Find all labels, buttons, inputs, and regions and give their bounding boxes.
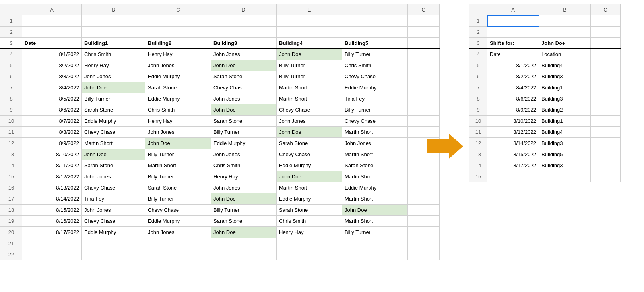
right-location-cell[interactable]: Building3: [539, 71, 591, 82]
right-b2-cell[interactable]: [539, 27, 591, 38]
b5-cell[interactable]: Martin Short: [342, 149, 408, 160]
b1-cell[interactable]: Billy Turner: [82, 93, 145, 104]
b1-cell[interactable]: Chevy Chase: [82, 182, 145, 193]
cell[interactable]: [211, 249, 277, 260]
cell[interactable]: [145, 249, 211, 260]
b4-cell[interactable]: Martin Short: [277, 82, 342, 93]
right-location-cell[interactable]: Building5: [539, 149, 591, 160]
right-c-cell[interactable]: [591, 149, 621, 160]
date-cell[interactable]: 8/2/2022: [22, 60, 82, 71]
right-col-header-a[interactable]: A: [487, 4, 539, 15]
col-header-b[interactable]: B: [82, 4, 145, 15]
right-b1-cell[interactable]: [539, 15, 591, 27]
cell[interactable]: [22, 27, 82, 38]
b4-cell[interactable]: John Doe: [277, 171, 342, 182]
b1-cell[interactable]: Eddie Murphy: [82, 116, 145, 127]
b4-cell[interactable]: Chevy Chase: [277, 149, 342, 160]
right-location-cell[interactable]: Building1: [539, 116, 591, 127]
b3-cell[interactable]: Henry Hay: [211, 171, 277, 182]
cell[interactable]: [342, 249, 408, 260]
b2-cell[interactable]: Billy Turner: [145, 171, 211, 182]
right-location-cell[interactable]: Building1: [539, 82, 591, 93]
cell[interactable]: [277, 238, 342, 249]
b4-cell[interactable]: John Doe: [277, 49, 342, 60]
b1-cell[interactable]: John Doe: [82, 149, 145, 160]
right-date-cell[interactable]: 8/9/2022: [487, 104, 539, 116]
cell[interactable]: [342, 238, 408, 249]
b1-cell[interactable]: John Jones: [82, 171, 145, 182]
b3-cell[interactable]: John Jones: [211, 93, 277, 104]
col-header-a[interactable]: A: [22, 4, 82, 15]
right-a15-cell[interactable]: [487, 171, 539, 182]
b3-cell[interactable]: Sarah Stone: [211, 71, 277, 82]
date-cell[interactable]: 8/12/2022: [22, 171, 82, 182]
b2-cell[interactable]: Eddie Murphy: [145, 216, 211, 227]
b4-cell[interactable]: Chris Smith: [277, 216, 342, 227]
b5-cell[interactable]: Eddie Murphy: [342, 82, 408, 93]
b5-cell[interactable]: Chevy Chase: [342, 71, 408, 82]
right-c-cell[interactable]: [591, 127, 621, 138]
date-cell[interactable]: 8/9/2022: [22, 138, 82, 149]
b5-cell[interactable]: Chevy Chase: [342, 116, 408, 127]
date-cell[interactable]: 8/6/2022: [22, 104, 82, 116]
b4-cell[interactable]: Billy Turner: [277, 60, 342, 71]
b4-cell[interactable]: Martin Short: [277, 93, 342, 104]
date-cell[interactable]: 8/14/2022: [22, 193, 82, 205]
b5-cell[interactable]: Martin Short: [342, 127, 408, 138]
right-a2-cell[interactable]: [487, 27, 539, 38]
cell[interactable]: [277, 249, 342, 260]
b5-cell[interactable]: John Jones: [342, 138, 408, 149]
date-cell[interactable]: 8/17/2022: [22, 227, 82, 238]
b5-cell[interactable]: Martin Short: [342, 171, 408, 182]
right-date-cell[interactable]: 8/2/2022: [487, 71, 539, 82]
col-header-d[interactable]: D: [211, 4, 277, 15]
cell[interactable]: [342, 15, 408, 27]
date-cell[interactable]: 8/1/2022: [22, 49, 82, 60]
b3-cell[interactable]: John Doe: [211, 60, 277, 71]
right-location-cell[interactable]: Building3: [539, 160, 591, 171]
b3-cell[interactable]: Sarah Stone: [211, 216, 277, 227]
b4-cell[interactable]: John Doe: [277, 127, 342, 138]
b2-cell[interactable]: Sarah Stone: [145, 182, 211, 193]
b1-cell[interactable]: Tina Fey: [82, 193, 145, 205]
b1-cell[interactable]: John Jones: [82, 205, 145, 216]
b3-cell[interactable]: Billy Turner: [211, 127, 277, 138]
date-cell[interactable]: 8/13/2022: [22, 182, 82, 193]
cell[interactable]: [22, 249, 82, 260]
col-header-e[interactable]: E: [277, 4, 342, 15]
right-c-cell[interactable]: [591, 60, 621, 71]
b5-cell[interactable]: Billy Turner: [342, 49, 408, 60]
cell[interactable]: [82, 27, 145, 38]
b1-cell[interactable]: Chris Smith: [82, 49, 145, 60]
b5-cell[interactable]: Martin Short: [342, 216, 408, 227]
b1-cell[interactable]: Eddie Murphy: [82, 227, 145, 238]
b4-cell[interactable]: Sarah Stone: [277, 205, 342, 216]
right-date-cell[interactable]: 8/14/2022: [487, 138, 539, 149]
b5-cell[interactable]: John Doe: [342, 205, 408, 216]
date-cell[interactable]: 8/7/2022: [22, 116, 82, 127]
right-location-cell[interactable]: Building3: [539, 93, 591, 104]
right-c3-cell[interactable]: [591, 38, 621, 49]
cell[interactable]: [22, 15, 82, 27]
right-c2-cell[interactable]: [591, 27, 621, 38]
b2-cell[interactable]: Henry Hay: [145, 49, 211, 60]
b2-cell[interactable]: Eddie Murphy: [145, 93, 211, 104]
b5-cell[interactable]: Billy Turner: [342, 104, 408, 116]
right-date-cell[interactable]: 8/4/2022: [487, 82, 539, 93]
b1-cell[interactable]: John Doe: [82, 82, 145, 93]
b3-cell[interactable]: Eddie Murphy: [211, 138, 277, 149]
right-c1-cell[interactable]: [591, 15, 621, 27]
b5-cell[interactable]: Billy Turner: [342, 227, 408, 238]
cell[interactable]: [277, 27, 342, 38]
b2-cell[interactable]: Billy Turner: [145, 193, 211, 205]
right-c-cell[interactable]: [591, 116, 621, 127]
right-c-cell[interactable]: [591, 71, 621, 82]
cell[interactable]: [145, 27, 211, 38]
b5-cell[interactable]: Martin Short: [342, 193, 408, 205]
date-cell[interactable]: 8/15/2022: [22, 205, 82, 216]
b4-cell[interactable]: Sarah Stone: [277, 138, 342, 149]
right-a1-cell[interactable]: [487, 15, 539, 27]
right-col-header-b[interactable]: B: [539, 4, 591, 15]
date-cell[interactable]: 8/16/2022: [22, 216, 82, 227]
cell[interactable]: [211, 27, 277, 38]
